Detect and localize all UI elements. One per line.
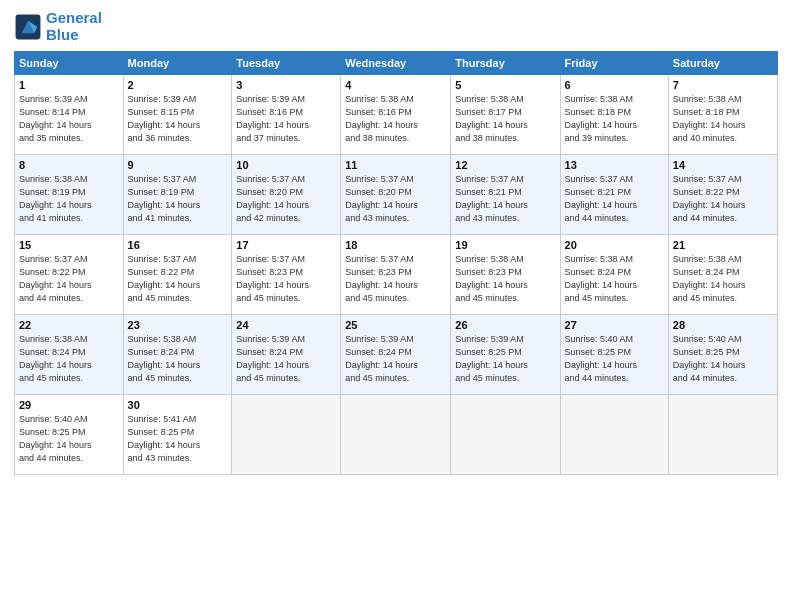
day-number: 8: [19, 159, 119, 171]
calendar-cell: 28Sunrise: 5:40 AM Sunset: 8:25 PM Dayli…: [668, 315, 777, 395]
calendar-cell: 16Sunrise: 5:37 AM Sunset: 8:22 PM Dayli…: [123, 235, 232, 315]
day-info: Sunrise: 5:39 AM Sunset: 8:14 PM Dayligh…: [19, 93, 119, 145]
day-info: Sunrise: 5:40 AM Sunset: 8:25 PM Dayligh…: [565, 333, 664, 385]
day-info: Sunrise: 5:38 AM Sunset: 8:24 PM Dayligh…: [128, 333, 228, 385]
calendar-cell: 5Sunrise: 5:38 AM Sunset: 8:17 PM Daylig…: [451, 75, 560, 155]
day-info: Sunrise: 5:37 AM Sunset: 8:20 PM Dayligh…: [236, 173, 336, 225]
day-number: 17: [236, 239, 336, 251]
calendar-cell: 27Sunrise: 5:40 AM Sunset: 8:25 PM Dayli…: [560, 315, 668, 395]
day-info: Sunrise: 5:38 AM Sunset: 8:18 PM Dayligh…: [565, 93, 664, 145]
day-info: Sunrise: 5:37 AM Sunset: 8:21 PM Dayligh…: [565, 173, 664, 225]
day-info: Sunrise: 5:37 AM Sunset: 8:19 PM Dayligh…: [128, 173, 228, 225]
day-number: 16: [128, 239, 228, 251]
day-info: Sunrise: 5:39 AM Sunset: 8:15 PM Dayligh…: [128, 93, 228, 145]
day-info: Sunrise: 5:39 AM Sunset: 8:24 PM Dayligh…: [236, 333, 336, 385]
calendar-cell: 13Sunrise: 5:37 AM Sunset: 8:21 PM Dayli…: [560, 155, 668, 235]
calendar-cell: 14Sunrise: 5:37 AM Sunset: 8:22 PM Dayli…: [668, 155, 777, 235]
day-info: Sunrise: 5:38 AM Sunset: 8:16 PM Dayligh…: [345, 93, 446, 145]
calendar-cell: 18Sunrise: 5:37 AM Sunset: 8:23 PM Dayli…: [341, 235, 451, 315]
calendar-cell: 4Sunrise: 5:38 AM Sunset: 8:16 PM Daylig…: [341, 75, 451, 155]
calendar-header-monday: Monday: [123, 52, 232, 75]
calendar-header-tuesday: Tuesday: [232, 52, 341, 75]
calendar-cell: 19Sunrise: 5:38 AM Sunset: 8:23 PM Dayli…: [451, 235, 560, 315]
calendar-week-5: 29Sunrise: 5:40 AM Sunset: 8:25 PM Dayli…: [15, 395, 778, 475]
day-info: Sunrise: 5:37 AM Sunset: 8:20 PM Dayligh…: [345, 173, 446, 225]
day-number: 3: [236, 79, 336, 91]
day-number: 19: [455, 239, 555, 251]
day-info: Sunrise: 5:41 AM Sunset: 8:25 PM Dayligh…: [128, 413, 228, 465]
day-info: Sunrise: 5:38 AM Sunset: 8:23 PM Dayligh…: [455, 253, 555, 305]
calendar-cell: 6Sunrise: 5:38 AM Sunset: 8:18 PM Daylig…: [560, 75, 668, 155]
day-info: Sunrise: 5:37 AM Sunset: 8:23 PM Dayligh…: [345, 253, 446, 305]
day-info: Sunrise: 5:39 AM Sunset: 8:24 PM Dayligh…: [345, 333, 446, 385]
day-number: 10: [236, 159, 336, 171]
day-number: 13: [565, 159, 664, 171]
calendar-cell: 17Sunrise: 5:37 AM Sunset: 8:23 PM Dayli…: [232, 235, 341, 315]
calendar-header-friday: Friday: [560, 52, 668, 75]
calendar-header-wednesday: Wednesday: [341, 52, 451, 75]
calendar-week-1: 1Sunrise: 5:39 AM Sunset: 8:14 PM Daylig…: [15, 75, 778, 155]
calendar-cell: [341, 395, 451, 475]
day-number: 15: [19, 239, 119, 251]
calendar-cell: 24Sunrise: 5:39 AM Sunset: 8:24 PM Dayli…: [232, 315, 341, 395]
calendar-cell: 22Sunrise: 5:38 AM Sunset: 8:24 PM Dayli…: [15, 315, 124, 395]
day-number: 22: [19, 319, 119, 331]
day-number: 9: [128, 159, 228, 171]
calendar-cell: 11Sunrise: 5:37 AM Sunset: 8:20 PM Dayli…: [341, 155, 451, 235]
calendar-header-saturday: Saturday: [668, 52, 777, 75]
calendar-cell: 25Sunrise: 5:39 AM Sunset: 8:24 PM Dayli…: [341, 315, 451, 395]
day-info: Sunrise: 5:38 AM Sunset: 8:17 PM Dayligh…: [455, 93, 555, 145]
calendar-cell: 12Sunrise: 5:37 AM Sunset: 8:21 PM Dayli…: [451, 155, 560, 235]
header: General Blue: [14, 10, 778, 43]
calendar-cell: 29Sunrise: 5:40 AM Sunset: 8:25 PM Dayli…: [15, 395, 124, 475]
day-number: 30: [128, 399, 228, 411]
day-info: Sunrise: 5:38 AM Sunset: 8:24 PM Dayligh…: [565, 253, 664, 305]
day-number: 4: [345, 79, 446, 91]
logo-icon: [14, 13, 42, 41]
day-number: 20: [565, 239, 664, 251]
calendar-cell: [451, 395, 560, 475]
day-info: Sunrise: 5:38 AM Sunset: 8:24 PM Dayligh…: [673, 253, 773, 305]
calendar-cell: 15Sunrise: 5:37 AM Sunset: 8:22 PM Dayli…: [15, 235, 124, 315]
calendar-cell: 20Sunrise: 5:38 AM Sunset: 8:24 PM Dayli…: [560, 235, 668, 315]
day-number: 27: [565, 319, 664, 331]
calendar-cell: 3Sunrise: 5:39 AM Sunset: 8:16 PM Daylig…: [232, 75, 341, 155]
day-number: 12: [455, 159, 555, 171]
day-number: 29: [19, 399, 119, 411]
day-number: 21: [673, 239, 773, 251]
logo: General Blue: [14, 10, 102, 43]
day-info: Sunrise: 5:37 AM Sunset: 8:21 PM Dayligh…: [455, 173, 555, 225]
calendar-cell: 7Sunrise: 5:38 AM Sunset: 8:18 PM Daylig…: [668, 75, 777, 155]
day-info: Sunrise: 5:40 AM Sunset: 8:25 PM Dayligh…: [673, 333, 773, 385]
day-number: 7: [673, 79, 773, 91]
day-info: Sunrise: 5:37 AM Sunset: 8:22 PM Dayligh…: [19, 253, 119, 305]
day-info: Sunrise: 5:38 AM Sunset: 8:24 PM Dayligh…: [19, 333, 119, 385]
calendar-cell: 2Sunrise: 5:39 AM Sunset: 8:15 PM Daylig…: [123, 75, 232, 155]
day-info: Sunrise: 5:37 AM Sunset: 8:22 PM Dayligh…: [673, 173, 773, 225]
page: General Blue SundayMondayTuesdayWednesda…: [0, 0, 792, 612]
calendar-week-3: 15Sunrise: 5:37 AM Sunset: 8:22 PM Dayli…: [15, 235, 778, 315]
day-info: Sunrise: 5:37 AM Sunset: 8:23 PM Dayligh…: [236, 253, 336, 305]
calendar-cell: 10Sunrise: 5:37 AM Sunset: 8:20 PM Dayli…: [232, 155, 341, 235]
day-info: Sunrise: 5:39 AM Sunset: 8:16 PM Dayligh…: [236, 93, 336, 145]
day-info: Sunrise: 5:40 AM Sunset: 8:25 PM Dayligh…: [19, 413, 119, 465]
day-info: Sunrise: 5:38 AM Sunset: 8:19 PM Dayligh…: [19, 173, 119, 225]
day-number: 28: [673, 319, 773, 331]
day-info: Sunrise: 5:38 AM Sunset: 8:18 PM Dayligh…: [673, 93, 773, 145]
calendar-header-row: SundayMondayTuesdayWednesdayThursdayFrid…: [15, 52, 778, 75]
day-number: 11: [345, 159, 446, 171]
calendar-cell: 8Sunrise: 5:38 AM Sunset: 8:19 PM Daylig…: [15, 155, 124, 235]
calendar-header-thursday: Thursday: [451, 52, 560, 75]
calendar-cell: 9Sunrise: 5:37 AM Sunset: 8:19 PM Daylig…: [123, 155, 232, 235]
day-number: 26: [455, 319, 555, 331]
calendar-cell: 23Sunrise: 5:38 AM Sunset: 8:24 PM Dayli…: [123, 315, 232, 395]
calendar-table: SundayMondayTuesdayWednesdayThursdayFrid…: [14, 51, 778, 475]
day-number: 5: [455, 79, 555, 91]
day-number: 25: [345, 319, 446, 331]
calendar-body: 1Sunrise: 5:39 AM Sunset: 8:14 PM Daylig…: [15, 75, 778, 475]
day-number: 6: [565, 79, 664, 91]
day-number: 24: [236, 319, 336, 331]
calendar-cell: [232, 395, 341, 475]
calendar-week-2: 8Sunrise: 5:38 AM Sunset: 8:19 PM Daylig…: [15, 155, 778, 235]
day-number: 14: [673, 159, 773, 171]
